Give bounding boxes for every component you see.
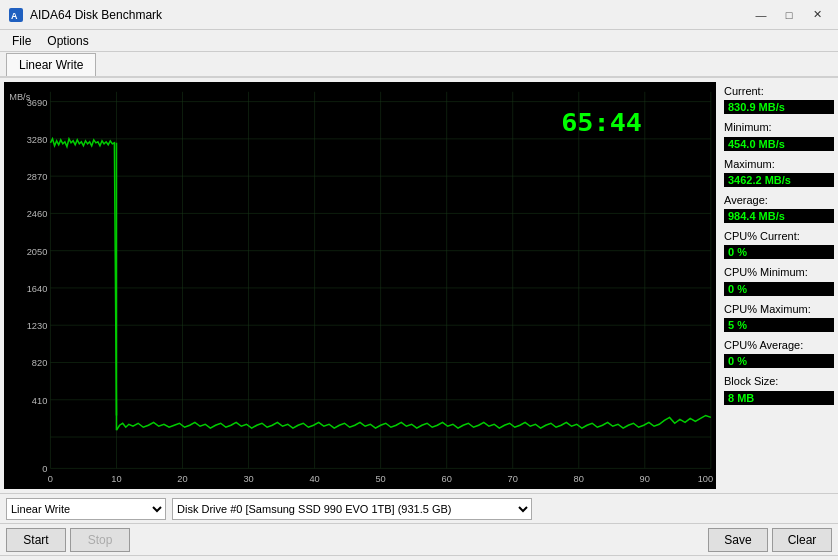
current-value: 830.9 MB/s — [724, 100, 834, 114]
save-button[interactable]: Save — [708, 528, 768, 552]
cpu-average-value: 0 % — [724, 354, 834, 368]
title-bar: A AIDA64 Disk Benchmark — □ ✕ — [0, 0, 838, 30]
chart-svg: 3690 3280 2870 2460 2050 1640 1230 820 4… — [4, 82, 716, 489]
cpu-maximum-value: 5 % — [724, 318, 834, 332]
stats-panel: Current: 830.9 MB/s Minimum: 454.0 MB/s … — [720, 78, 838, 493]
current-label: Current: — [724, 84, 834, 98]
maximum-value: 3462.2 MB/s — [724, 173, 834, 187]
svg-text:20: 20 — [177, 474, 187, 484]
svg-text:100 %: 100 % — [698, 474, 716, 484]
svg-text:10: 10 — [111, 474, 121, 484]
window-title: AIDA64 Disk Benchmark — [30, 8, 162, 22]
menu-file[interactable]: File — [4, 32, 39, 50]
average-label: Average: — [724, 193, 834, 207]
minimize-button[interactable]: — — [748, 5, 774, 25]
title-bar-controls: — □ ✕ — [748, 5, 830, 25]
svg-text:90: 90 — [640, 474, 650, 484]
main-content: 3690 3280 2870 2460 2050 1640 1230 820 4… — [0, 78, 838, 493]
block-size-value: 8 MB — [724, 391, 834, 405]
drive-select[interactable]: Disk Drive #0 [Samsung SSD 990 EVO 1TB] … — [172, 498, 532, 520]
svg-text:50: 50 — [375, 474, 385, 484]
action-bar: Start Stop Save Clear — [0, 523, 838, 555]
svg-text:3280: 3280 — [27, 135, 48, 145]
maximize-button[interactable]: □ — [776, 5, 802, 25]
chart-container: 3690 3280 2870 2460 2050 1640 1230 820 4… — [4, 82, 716, 489]
svg-text:80: 80 — [574, 474, 584, 484]
svg-text:A: A — [11, 11, 18, 21]
maximum-label: Maximum: — [724, 157, 834, 171]
svg-text:1640: 1640 — [27, 284, 48, 294]
test-type-select[interactable]: Linear Write — [6, 498, 166, 520]
svg-text:65:44: 65:44 — [561, 108, 642, 137]
cpu-maximum-label: CPU% Maximum: — [724, 302, 834, 316]
svg-text:40: 40 — [309, 474, 319, 484]
cpu-average-label: CPU% Average: — [724, 338, 834, 352]
svg-text:MB/s: MB/s — [9, 92, 31, 102]
menu-options[interactable]: Options — [39, 32, 96, 50]
title-bar-left: A AIDA64 Disk Benchmark — [8, 7, 162, 23]
svg-text:70: 70 — [508, 474, 518, 484]
stop-button[interactable]: Stop — [70, 528, 130, 552]
warning-bar: ⚠ Write tests will DESTROY ALL DATA on t… — [0, 555, 838, 560]
svg-text:2870: 2870 — [27, 172, 48, 182]
minimum-label: Minimum: — [724, 120, 834, 134]
tab-linear-write[interactable]: Linear Write — [6, 53, 96, 76]
svg-text:1230: 1230 — [27, 321, 48, 331]
svg-text:410: 410 — [32, 396, 47, 406]
svg-text:0: 0 — [42, 465, 47, 475]
svg-text:2050: 2050 — [27, 247, 48, 257]
minimum-value: 454.0 MB/s — [724, 137, 834, 151]
close-button[interactable]: ✕ — [804, 5, 830, 25]
start-button[interactable]: Start — [6, 528, 66, 552]
block-size-label: Block Size: — [724, 374, 834, 388]
svg-text:820: 820 — [32, 359, 47, 369]
svg-text:30: 30 — [243, 474, 253, 484]
clear-button[interactable]: Clear — [772, 528, 832, 552]
svg-text:60: 60 — [442, 474, 452, 484]
tab-area: Linear Write — [0, 52, 838, 78]
average-value: 984.4 MB/s — [724, 209, 834, 223]
cpu-current-value: 0 % — [724, 245, 834, 259]
cpu-minimum-label: CPU% Minimum: — [724, 265, 834, 279]
menu-bar: File Options — [0, 30, 838, 52]
cpu-current-label: CPU% Current: — [724, 229, 834, 243]
bottom-bar: Linear Write Disk Drive #0 [Samsung SSD … — [0, 493, 838, 523]
svg-rect-2 — [4, 82, 716, 489]
svg-text:2460: 2460 — [27, 210, 48, 220]
app-icon: A — [8, 7, 24, 23]
cpu-minimum-value: 0 % — [724, 282, 834, 296]
svg-text:0: 0 — [48, 474, 53, 484]
